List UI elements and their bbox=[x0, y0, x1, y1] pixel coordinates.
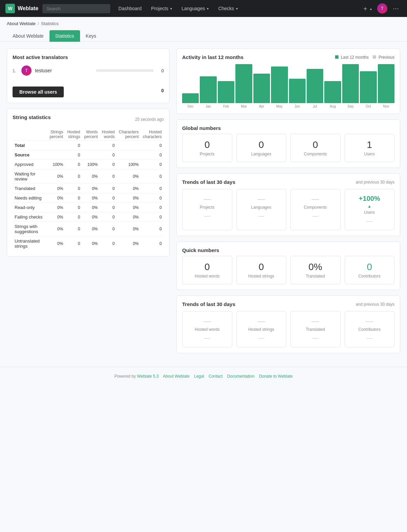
string-stats-card: String statistics 25 seconds ago Strings… bbox=[7, 109, 170, 256]
tab-statistics[interactable]: Statistics bbox=[50, 30, 80, 42]
activity-legend: Last 12 months Previous bbox=[335, 55, 394, 60]
stat-row-label: Translated bbox=[13, 184, 47, 193]
trends30-item: — Languages — bbox=[236, 189, 287, 230]
brand-link[interactable]: W Weblate bbox=[5, 4, 38, 13]
stat-chars-pct: 0% bbox=[117, 184, 141, 193]
col-hosted-strings: Hostedstrings bbox=[65, 128, 82, 141]
stat-hosted-chars: 0 bbox=[141, 160, 164, 169]
stat-hosted-strings: 0 bbox=[65, 141, 82, 150]
stat-row-label: Read-only bbox=[13, 203, 47, 212]
nav-projects[interactable]: Projects ▾ bbox=[147, 4, 176, 13]
trend-label: Projects bbox=[188, 205, 227, 210]
trends30-title: Trends of last 30 days bbox=[182, 179, 235, 185]
stat-hosted-words: 0 bbox=[100, 160, 117, 169]
trend-bottom-value-b: — bbox=[350, 335, 389, 342]
stat-chars-pct: 0% bbox=[117, 203, 141, 212]
trends30-sub: and previous 30 days bbox=[356, 180, 394, 185]
quick-number-value: 0 bbox=[242, 262, 281, 272]
chart-bar-group: Sep bbox=[342, 64, 359, 108]
chart-bar bbox=[289, 79, 306, 103]
chart-month-label: May bbox=[276, 104, 283, 108]
stat-hosted-words: 0 bbox=[100, 150, 117, 160]
legend-last12: Last 12 months bbox=[335, 55, 369, 60]
stat-row-label: Waiting for review bbox=[13, 169, 47, 184]
chart-bar-group: Jul bbox=[307, 64, 323, 108]
chart-month-label: Dec bbox=[188, 104, 194, 108]
global-number-item: 1 Users bbox=[345, 134, 395, 162]
global-numbers-grid: 0 Projects 0 Languages 0 Components 1 Us… bbox=[182, 134, 394, 162]
stat-strings-pct: 0% bbox=[47, 184, 65, 193]
trends30b-grid: — Hosted words — — Hosted strings — — Tr… bbox=[182, 311, 394, 347]
chart-bar bbox=[218, 81, 234, 103]
stat-words-pct: 0% bbox=[82, 203, 100, 212]
stat-hosted-strings: 0 bbox=[65, 169, 82, 184]
global-number-label: Languages bbox=[242, 152, 281, 156]
stat-hosted-strings: 0 bbox=[65, 160, 82, 169]
chart-month-label: Nov bbox=[383, 104, 389, 108]
trend-bottom-value: — bbox=[296, 212, 335, 220]
stat-hosted-chars: 0 bbox=[141, 193, 164, 203]
trends30-card: Trends of last 30 days and previous 30 d… bbox=[176, 173, 400, 236]
footer-weblate-link[interactable]: Weblate 5.3 bbox=[137, 374, 159, 379]
translator-name: testuser bbox=[35, 68, 93, 73]
tabs: About Weblate Statistics Keys bbox=[0, 30, 407, 42]
stat-row-label: Approved bbox=[13, 160, 47, 169]
global-number-item: 0 Languages bbox=[236, 134, 287, 162]
nav-checks[interactable]: Checks ▾ bbox=[214, 4, 242, 13]
stat-words-pct: 100% bbox=[82, 160, 100, 169]
nav-dashboard[interactable]: Dashboard bbox=[114, 4, 146, 13]
stat-chars-pct: 0% bbox=[117, 212, 141, 222]
footer-docs-link[interactable]: Documentation bbox=[227, 374, 255, 379]
chart-bar-group: Jan bbox=[200, 64, 216, 108]
stat-words-pct: 0% bbox=[82, 222, 100, 236]
stat-hosted-words: 0 bbox=[100, 222, 117, 236]
browse-all-users-button[interactable]: Browse all users bbox=[13, 87, 64, 97]
breadcrumb-current: Statistics bbox=[41, 21, 59, 26]
trend-top-value: — bbox=[188, 195, 227, 204]
trend-label-b: Translated bbox=[296, 327, 335, 332]
col-hosted-words: Hostedwords bbox=[100, 128, 117, 141]
left-column: Most active translators 1. T testuser 0 … bbox=[7, 49, 170, 353]
stat-hosted-strings: 0 bbox=[65, 150, 82, 160]
stats-timestamp: 25 seconds ago bbox=[135, 117, 164, 122]
col-chars-pct: Characterspercent bbox=[117, 128, 141, 141]
chart-bar-group: Aug bbox=[324, 64, 341, 108]
trend-top-value-b: — bbox=[188, 317, 227, 326]
translators-total: 0 bbox=[161, 88, 164, 93]
chart-bar-group: Mar bbox=[235, 64, 252, 108]
trend-top-value: — bbox=[296, 195, 335, 204]
chart-bar-group: May bbox=[271, 64, 288, 108]
footer-contact-link[interactable]: Contact bbox=[209, 374, 222, 379]
trends30-header: Trends of last 30 days and previous 30 d… bbox=[182, 179, 394, 185]
trends30b-sub: and previous 30 days bbox=[356, 302, 394, 307]
trends30-grid: — Projects — — Languages — — Components … bbox=[182, 189, 394, 230]
footer-about-link[interactable]: About Weblate bbox=[163, 374, 190, 379]
trends30-item: +100% ▲ Users — bbox=[345, 189, 395, 230]
translator-row: 1. T testuser 0 bbox=[13, 65, 164, 76]
chart-month-label: Oct bbox=[366, 104, 371, 108]
trend-label-b: Contributors bbox=[350, 327, 389, 332]
chart-bar bbox=[342, 64, 359, 103]
avatar[interactable]: T bbox=[377, 3, 387, 14]
nav-languages[interactable]: Languages ▾ bbox=[177, 4, 213, 13]
add-button[interactable]: ＋ ▾ bbox=[360, 3, 374, 14]
languages-chevron-icon: ▾ bbox=[207, 7, 209, 11]
stat-hosted-words: 0 bbox=[100, 184, 117, 193]
stat-row-label: Source bbox=[13, 150, 47, 160]
breadcrumb-home[interactable]: About Weblate bbox=[7, 21, 36, 26]
tab-about-weblate[interactable]: About Weblate bbox=[7, 30, 50, 42]
tab-keys[interactable]: Keys bbox=[80, 30, 102, 42]
col-words-pct: Wordspercent bbox=[82, 128, 100, 141]
activity-chart: Dec Jan Feb Mar Apr May Jun Jul Aug Sep … bbox=[182, 64, 394, 108]
translators-title: Most active translators bbox=[13, 54, 164, 60]
more-options-button[interactable]: ⋯ bbox=[390, 3, 402, 14]
quick-number-label: Contributors bbox=[350, 274, 389, 279]
quick-number-item: 0% Translated bbox=[290, 256, 341, 284]
footer-legal-link[interactable]: Legal bbox=[194, 374, 204, 379]
footer-donate-link[interactable]: Donate to Weblate bbox=[259, 374, 293, 379]
global-number-label: Projects bbox=[188, 152, 227, 156]
search-input[interactable] bbox=[42, 4, 110, 13]
stat-strings-pct: 0% bbox=[47, 169, 65, 184]
global-number-value: 1 bbox=[350, 139, 389, 150]
stat-strings-pct bbox=[47, 150, 65, 160]
